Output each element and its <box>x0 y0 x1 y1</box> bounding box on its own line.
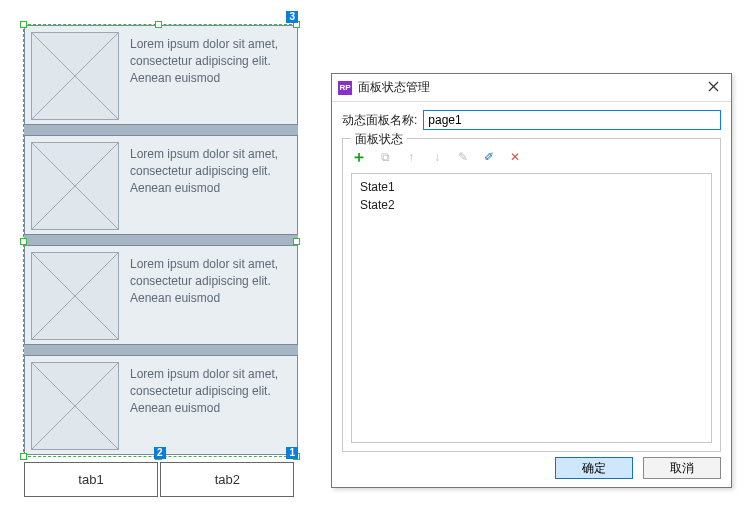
dialog-body: 动态面板名称: 面板状态 ＋ ⧉ ↑ ↓ ✎ ✐ ✕ State1 State2 <box>332 102 731 460</box>
name-row: 动态面板名称: <box>342 110 721 130</box>
resize-handle-sw[interactable] <box>20 453 27 460</box>
row-text: Lorem ipsum dolor sit amet, consectetur … <box>130 366 285 416</box>
resize-handle-e[interactable] <box>293 238 300 245</box>
cancel-button[interactable]: 取消 <box>643 457 721 479</box>
row-divider <box>24 345 298 355</box>
selection-badge: 2 <box>154 447 166 459</box>
move-up-button[interactable]: ↑ <box>403 149 419 165</box>
state-list[interactable]: State1 State2 <box>351 173 712 443</box>
prototype-canvas: Lorem ipsum dolor sit amet, consectetur … <box>23 24 297 457</box>
list-row[interactable]: Lorem ipsum dolor sit amet, consectetur … <box>24 245 298 345</box>
dialog-title: 面板状态管理 <box>358 79 695 96</box>
name-label: 动态面板名称: <box>342 112 417 129</box>
move-down-button[interactable]: ↓ <box>429 149 445 165</box>
resize-handle-nw[interactable] <box>20 21 27 28</box>
states-toolbar: ＋ ⧉ ↑ ↓ ✎ ✐ ✕ <box>351 145 712 169</box>
row-divider <box>24 235 298 245</box>
rename-state-button[interactable]: ✎ <box>455 149 471 165</box>
dynamic-panel-selection[interactable]: Lorem ipsum dolor sit amet, consectetur … <box>23 24 297 457</box>
selection-badge: 1 <box>286 447 298 459</box>
add-state-button[interactable]: ＋ <box>351 149 367 165</box>
tab-1[interactable]: tab1 <box>24 462 158 497</box>
list-row[interactable]: Lorem ipsum dolor sit amet, consectetur … <box>24 25 298 125</box>
edit-state-button[interactable]: ✐ <box>481 149 497 165</box>
state-item[interactable]: State1 <box>356 178 707 196</box>
states-legend: 面板状态 <box>351 131 407 148</box>
list-row[interactable]: Lorem ipsum dolor sit amet, consectetur … <box>24 355 298 455</box>
row-text: Lorem ipsum dolor sit amet, consectetur … <box>130 36 285 86</box>
list-row[interactable]: Lorem ipsum dolor sit amet, consectetur … <box>24 135 298 235</box>
dialog-titlebar[interactable]: RP 面板状态管理 <box>332 74 731 102</box>
delete-state-button[interactable]: ✕ <box>507 149 523 165</box>
row-text: Lorem ipsum dolor sit amet, consectetur … <box>130 256 285 306</box>
ok-button[interactable]: 确定 <box>555 457 633 479</box>
duplicate-state-button[interactable]: ⧉ <box>377 149 393 165</box>
selection-badge: 3 <box>286 11 298 23</box>
states-fieldset: 面板状态 ＋ ⧉ ↑ ↓ ✎ ✐ ✕ State1 State2 <box>342 138 721 452</box>
tab-bar: tab1 tab2 <box>24 462 296 497</box>
panel-name-input[interactable] <box>423 110 721 130</box>
row-text: Lorem ipsum dolor sit amet, consectetur … <box>130 146 285 196</box>
placeholder-image-icon <box>31 32 119 120</box>
state-item[interactable]: State2 <box>356 196 707 214</box>
close-icon <box>708 81 719 92</box>
placeholder-image-icon <box>31 142 119 230</box>
app-icon: RP <box>338 81 352 95</box>
panel-state-dialog: RP 面板状态管理 动态面板名称: 面板状态 ＋ ⧉ ↑ ↓ ✎ ✐ ✕ Sta… <box>331 73 732 488</box>
placeholder-image-icon <box>31 362 119 450</box>
resize-handle-n[interactable] <box>155 21 162 28</box>
row-divider <box>24 125 298 135</box>
dialog-buttons: 确定 取消 <box>555 457 721 479</box>
placeholder-image-icon <box>31 252 119 340</box>
resize-handle-w[interactable] <box>20 238 27 245</box>
tab-2[interactable]: tab2 <box>160 462 294 497</box>
close-button[interactable] <box>701 81 725 95</box>
